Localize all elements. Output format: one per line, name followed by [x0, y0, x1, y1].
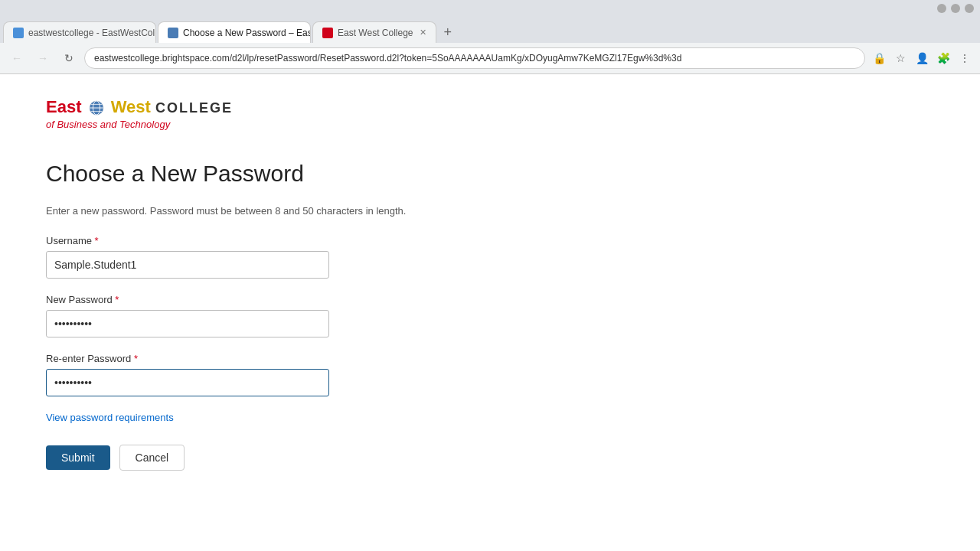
- reenter-password-group: Re-enter Password *: [46, 353, 643, 396]
- tab3-label: East West College: [338, 28, 413, 38]
- forward-button[interactable]: →: [32, 47, 54, 69]
- browser-tab-3[interactable]: East West College ✕: [312, 21, 436, 43]
- new-password-input[interactable]: [46, 310, 329, 337]
- logo-east: East: [46, 97, 81, 116]
- tabs-bar: eastwestcollege - EastWestColle... ✕ Cho…: [0, 17, 980, 43]
- username-label: Username *: [46, 235, 643, 246]
- lock-icon: 🔒: [870, 49, 888, 67]
- tab1-label: eastwestcollege - EastWestColle...: [28, 28, 156, 38]
- tab2-label: Choose a New Password – East W...: [183, 28, 311, 38]
- username-group: Username *: [46, 235, 643, 279]
- browser-tab-1[interactable]: eastwestcollege - EastWestColle... ✕: [3, 21, 156, 43]
- maximize-btn[interactable]: [951, 4, 960, 13]
- minimize-btn[interactable]: [937, 4, 946, 13]
- address-bar-row: ← → ↻ 🔒 ☆ 👤 🧩 ⋮: [0, 43, 980, 73]
- back-button[interactable]: ←: [6, 47, 28, 69]
- reenter-password-input[interactable]: [46, 369, 329, 396]
- menu-icon[interactable]: ⋮: [956, 49, 974, 67]
- tab3-favicon: [322, 28, 333, 38]
- username-input[interactable]: [46, 251, 329, 279]
- logo-text: East West COLLEGE: [46, 97, 643, 117]
- logo-west: West: [111, 97, 151, 116]
- logo-area: East West COLLEGE of Business and Techno…: [46, 97, 643, 130]
- extensions-icon[interactable]: 🧩: [934, 49, 952, 67]
- new-tab-button[interactable]: +: [438, 21, 459, 43]
- tab1-favicon: [13, 28, 24, 38]
- page-content: East West COLLEGE of Business and Techno…: [0, 74, 689, 494]
- logo-subtitle: of Business and Technology: [46, 119, 643, 130]
- username-required: *: [92, 235, 99, 246]
- buttons-row: Submit Cancel: [46, 445, 643, 471]
- bookmark-icon[interactable]: ☆: [891, 49, 910, 67]
- page-title: Choose a New Password: [46, 161, 643, 187]
- tab2-favicon: [168, 28, 178, 38]
- new-password-label: New Password *: [46, 294, 643, 305]
- submit-button[interactable]: Submit: [46, 445, 110, 470]
- close-btn[interactable]: [965, 4, 974, 13]
- cancel-button[interactable]: Cancel: [119, 445, 185, 471]
- reenter-password-required: *: [131, 353, 138, 364]
- logo-globe-icon: [88, 99, 105, 116]
- address-bar[interactable]: [84, 47, 865, 69]
- profile-icon[interactable]: 👤: [913, 49, 931, 67]
- page-description: Enter a new password. Password must be b…: [46, 205, 643, 217]
- reload-button[interactable]: ↻: [58, 47, 80, 69]
- view-requirements-link[interactable]: View password requirements: [46, 412, 643, 423]
- logo-college: COLLEGE: [155, 100, 233, 116]
- tab3-close[interactable]: ✕: [420, 28, 426, 37]
- browser-tab-2[interactable]: Choose a New Password – East W... ✕: [158, 21, 311, 43]
- title-bar: [0, 0, 980, 17]
- browser-chrome: eastwestcollege - EastWestColle... ✕ Cho…: [0, 0, 980, 74]
- new-password-group: New Password *: [46, 294, 643, 337]
- new-password-required: *: [113, 294, 119, 305]
- toolbar-icons: 🔒 ☆ 👤 🧩 ⋮: [870, 49, 974, 67]
- reenter-password-label: Re-enter Password *: [46, 353, 643, 364]
